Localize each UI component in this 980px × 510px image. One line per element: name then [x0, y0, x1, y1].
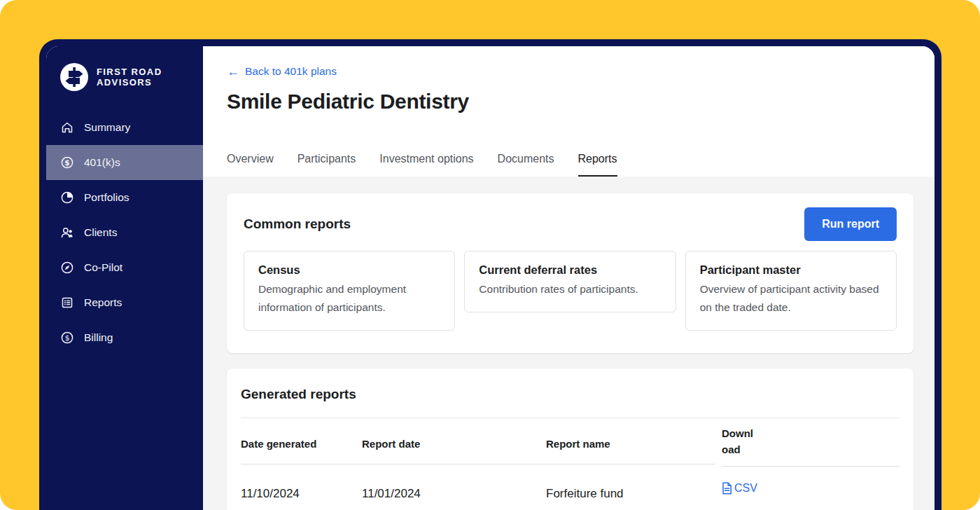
tab-documents[interactable]: Documents	[498, 152, 554, 177]
back-to-401k-plans-link[interactable]: ← Back to 401k plans	[227, 64, 337, 78]
sidebar-item-label: Clients	[84, 226, 117, 239]
sidebar-item-label: Portfolios	[84, 191, 130, 204]
plan-tabs: Overview Participants Investment options…	[227, 152, 911, 177]
compass-icon	[60, 261, 74, 275]
sidebar-item-portfolios[interactable]: Portfolios	[46, 180, 203, 215]
run-report-button[interactable]: Run report	[804, 207, 897, 241]
main-area: ← Back to 401k plans Smile Pediatric Den…	[203, 46, 934, 510]
report-card-title: Census	[258, 263, 440, 277]
home-icon	[60, 120, 74, 135]
column-header-download: Downl oad	[722, 418, 899, 467]
back-arrow-icon: ←	[227, 65, 239, 78]
common-reports-card: Common reports Run report Census Demogra…	[227, 193, 913, 353]
sidebar-item-reports[interactable]: Reports	[46, 285, 203, 320]
tab-reports[interactable]: Reports	[578, 152, 617, 177]
sidebar-item-label: Summary	[84, 121, 130, 134]
column-header-report-date: Report date	[362, 438, 546, 450]
brand-logo: FIRST ROAD ADVISORS	[60, 63, 203, 91]
svg-text:$: $	[64, 158, 69, 167]
column-header-date-generated: Date generated	[241, 438, 362, 450]
pie-chart-icon	[60, 191, 74, 205]
sidebar-nav: Summary $ 401(k)s P	[46, 110, 203, 355]
tab-participants[interactable]: Participants	[298, 152, 356, 177]
sidebar-item-label: 401(k)s	[84, 156, 120, 169]
report-card-census[interactable]: Census Demographic and employment inform…	[244, 251, 455, 331]
reports-content: Common reports Run report Census Demogra…	[203, 177, 934, 510]
people-icon	[60, 226, 74, 240]
plan-header: ← Back to 401k plans Smile Pediatric Den…	[203, 46, 934, 177]
table-row: 11/10/2024 11/01/2024 Forfeiture fund	[241, 464, 715, 501]
dollar-circle-icon: $	[60, 331, 74, 345]
dollar-circle-icon: $	[60, 156, 74, 170]
sidebar-item-summary[interactable]: Summary	[46, 110, 203, 145]
first-road-logo-icon	[60, 63, 88, 91]
cell-date-generated: 11/10/2024	[241, 487, 362, 501]
report-card-title: Participant master	[700, 263, 882, 277]
generated-reports-table: Date generated Report date Report name 1…	[241, 418, 899, 501]
file-icon	[722, 482, 732, 495]
cell-report-name: Forfeiture fund	[546, 487, 715, 501]
list-document-icon	[60, 296, 74, 310]
back-link-label: Back to 401k plans	[245, 64, 337, 78]
generated-reports-card: Generated reports Date generated Report …	[227, 368, 913, 510]
sidebar-item-billing[interactable]: $ Billing	[46, 320, 203, 355]
app-window: FIRST ROAD ADVISORS Summary $	[39, 39, 941, 510]
tab-investment-options[interactable]: Investment options	[379, 152, 473, 177]
sidebar-item-401ks[interactable]: $ 401(k)s	[46, 145, 203, 180]
csv-link-label: CSV	[734, 482, 757, 495]
report-card-description: Demographic and employment information o…	[258, 280, 440, 317]
sidebar: FIRST ROAD ADVISORS Summary $	[46, 46, 203, 510]
page-background: FIRST ROAD ADVISORS Summary $	[0, 0, 980, 510]
column-header-report-name: Report name	[546, 438, 715, 450]
svg-text:$: $	[65, 333, 70, 342]
report-card-current-deferral-rates[interactable]: Current deferral rates Contribution rate…	[464, 251, 676, 312]
sidebar-item-label: Co-Pilot	[84, 261, 122, 274]
cell-download: CSV	[722, 467, 899, 497]
sidebar-item-clients[interactable]: Clients	[46, 215, 203, 250]
common-reports-heading: Common reports	[244, 216, 351, 232]
tab-overview[interactable]: Overview	[227, 152, 274, 177]
cell-report-date: 11/01/2024	[362, 487, 546, 501]
report-card-description: Overview of participant activity based o…	[700, 280, 882, 317]
generated-reports-heading: Generated reports	[241, 387, 899, 402]
sidebar-item-copilot[interactable]: Co-Pilot	[46, 250, 203, 285]
page-title: Smile Pediatric Dentistry	[227, 89, 911, 114]
csv-download-link[interactable]: CSV	[722, 482, 757, 495]
report-card-title: Current deferral rates	[479, 263, 661, 277]
table-header-row: Date generated Report date Report name	[241, 418, 715, 464]
common-report-options: Census Demographic and employment inform…	[244, 251, 897, 331]
report-card-description: Contribution rates of participants.	[479, 280, 661, 298]
sidebar-item-label: Reports	[84, 296, 122, 309]
app-frame: FIRST ROAD ADVISORS Summary $	[46, 46, 934, 510]
sidebar-item-label: Billing	[84, 331, 113, 344]
brand-name: FIRST ROAD ADVISORS	[97, 67, 162, 88]
report-card-participant-master[interactable]: Participant master Overview of participa…	[685, 251, 897, 331]
